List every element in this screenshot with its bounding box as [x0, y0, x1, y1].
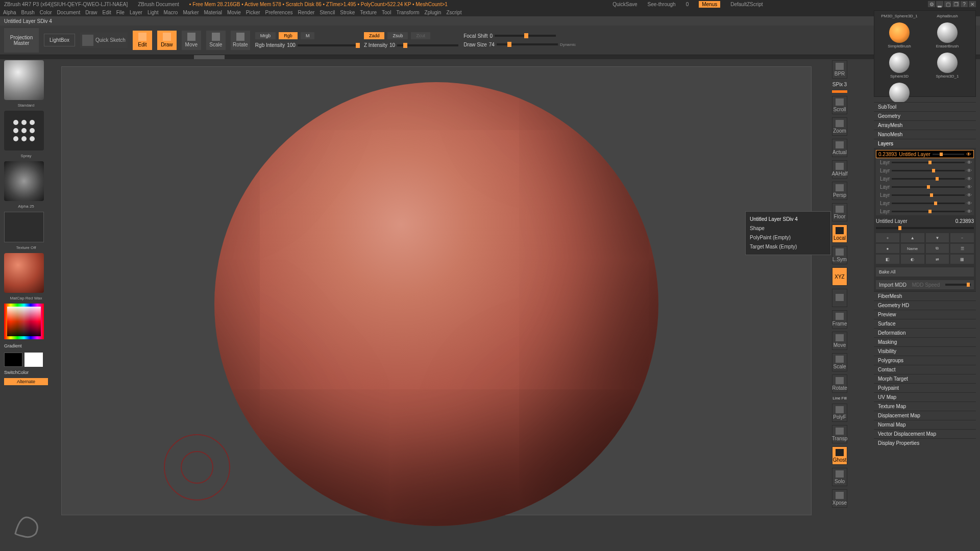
eraserbrush-item[interactable]: EraserBrush	[925, 22, 969, 48]
section-contact[interactable]: Contact	[874, 365, 976, 374]
lsym-button[interactable]: L.Sym	[832, 246, 847, 264]
section-uvmap[interactable]: UV Map	[874, 392, 976, 402]
alpha-thumbnail[interactable]	[4, 161, 44, 201]
floor-button[interactable]: Floor	[832, 203, 847, 221]
menu-tool[interactable]: Tool	[382, 10, 391, 15]
seethrough-value[interactable]: 0	[686, 2, 689, 7]
section-preview[interactable]: Preview	[874, 310, 976, 319]
color-picker[interactable]	[4, 304, 44, 339]
m-button[interactable]: M	[301, 32, 315, 39]
section-texturemap[interactable]: Texture Map	[874, 402, 976, 411]
section-masking[interactable]: Masking	[874, 337, 976, 346]
section-geometry[interactable]: Geometry	[874, 111, 976, 120]
window-config-icon[interactable]: ⚙	[928, 1, 935, 7]
material-thumbnail[interactable]	[4, 253, 44, 293]
secondary-color-swatch[interactable]	[4, 353, 22, 367]
section-displacementmap[interactable]: Displacement Map	[874, 411, 976, 420]
viewport-canvas[interactable]	[61, 66, 812, 515]
window-close-icon[interactable]: ✕	[969, 1, 976, 7]
layer-eye-icon[interactable]: 👁	[967, 184, 972, 190]
layer-row-slider[interactable]	[933, 154, 964, 155]
menu-stroke[interactable]: Stroke	[340, 10, 355, 15]
ghost-button[interactable]: Ghost	[832, 446, 847, 465]
actual-button[interactable]: Actual	[832, 139, 847, 157]
menu-picker[interactable]: Picker	[246, 10, 260, 15]
quick-sketch-button[interactable]: Quick Sketch	[80, 33, 128, 48]
zsub-button[interactable]: Zsub	[387, 32, 408, 39]
layer-new-button[interactable]: ＋	[876, 233, 899, 242]
menu-zscript[interactable]: Zscript	[446, 10, 461, 15]
layer-eye-icon[interactable]: 👁	[967, 209, 972, 214]
zoom-button[interactable]: Zoom	[832, 117, 847, 136]
layer-row[interactable]: Layr 👁	[876, 191, 974, 199]
nav-rotate-button[interactable]: Rotate	[832, 374, 847, 393]
projection-master-button[interactable]: Projection Master	[4, 28, 39, 53]
section-polypaint[interactable]: Polypaint	[874, 383, 976, 392]
section-deformation[interactable]: Deformation	[874, 328, 976, 337]
sphere3d-item[interactable]: Sphere3D	[877, 53, 921, 79]
layer-name-button[interactable]: Name	[901, 244, 924, 253]
layer-eye-icon[interactable]: 👁	[967, 160, 972, 165]
zcut-button[interactable]: Zcut	[411, 32, 430, 39]
horizontal-scrollbar[interactable]	[0, 55, 980, 59]
rotate-mode-button[interactable]: Rotate	[231, 31, 250, 50]
section-fibermesh[interactable]: FiberMesh	[874, 291, 976, 300]
brush-thumbnail[interactable]	[4, 60, 44, 100]
menu-render[interactable]: Render	[298, 10, 315, 15]
section-arraymesh[interactable]: ArrayMesh	[874, 120, 976, 130]
layer-up-button[interactable]: ▲	[901, 233, 924, 242]
section-nanomesh[interactable]: NanoMesh	[874, 130, 976, 139]
section-layers[interactable]: Layers	[874, 139, 976, 148]
layer-rec-button[interactable]: ●	[876, 244, 899, 253]
layer-invert-button[interactable]: ◐	[901, 255, 924, 264]
default-zscript[interactable]: DefaultZScript	[730, 2, 763, 7]
layer-row-slider[interactable]	[892, 211, 965, 212]
section-normalmap[interactable]: Normal Map	[874, 420, 976, 429]
menu-stencil[interactable]: Stencil	[320, 10, 335, 15]
menu-edit[interactable]: Edit	[103, 10, 111, 15]
persp-button[interactable]: Persp	[832, 182, 847, 200]
layer-row[interactable]: Layr 👁	[876, 174, 974, 183]
menu-zplugin[interactable]: Zplugin	[425, 10, 442, 15]
layer-row[interactable]: Layr 👁	[876, 158, 974, 166]
menu-transform[interactable]: Transform	[396, 10, 419, 15]
section-displayproperties[interactable]: Display Properties	[874, 438, 976, 447]
layer-row[interactable]: Layr 👁	[876, 199, 974, 207]
menu-alpha[interactable]: Alpha	[3, 10, 16, 15]
center-button[interactable]	[832, 289, 847, 307]
primary-color-swatch[interactable]	[24, 353, 43, 367]
draw-mode-button[interactable]: Draw	[157, 31, 177, 50]
layer-row-slider[interactable]	[892, 178, 965, 180]
nav-scale-button[interactable]: Scale	[832, 353, 847, 371]
menu-movie[interactable]: Movie	[227, 10, 241, 15]
layer-split-button[interactable]: ◧	[876, 255, 899, 264]
draw-size-slider[interactable]	[497, 43, 558, 45]
window-max-icon[interactable]: ▢	[944, 1, 951, 7]
window-restore-icon[interactable]: ❐	[952, 1, 960, 7]
scroll-button[interactable]: Scroll	[832, 96, 847, 114]
menu-color[interactable]: Color	[40, 10, 52, 15]
quicksave-button[interactable]: QuickSave	[612, 2, 637, 7]
menu-draw[interactable]: Draw	[85, 10, 97, 15]
switchcolor-button[interactable]: SwitchColor	[4, 370, 48, 375]
layer-delete-button[interactable]: －	[950, 233, 974, 242]
solo-button[interactable]: Solo	[832, 468, 847, 486]
stroke-thumbnail[interactable]	[4, 111, 44, 151]
menu-material[interactable]: Material	[204, 10, 223, 15]
menu-texture[interactable]: Texture	[360, 10, 377, 15]
bake-all-button[interactable]: Bake All	[876, 267, 974, 277]
layer-eye-icon[interactable]: 👁	[967, 168, 972, 173]
menus-button[interactable]: Menus	[699, 1, 720, 8]
polyf-button[interactable]: PolyF	[832, 404, 847, 422]
menu-file[interactable]: File	[116, 10, 125, 15]
bpr-button[interactable]: BPR	[832, 60, 847, 79]
layer-row-slider[interactable]	[892, 186, 965, 188]
layer-row[interactable]: Layr 👁	[876, 166, 974, 174]
layer-eye-icon[interactable]: 👁	[966, 152, 971, 157]
menu-layer[interactable]: Layer	[130, 10, 142, 15]
layer-down-button[interactable]: ▼	[926, 233, 949, 242]
section-subtool[interactable]: SubTool	[874, 102, 976, 111]
layer-row[interactable]: Layr 👁	[876, 183, 974, 191]
menu-document[interactable]: Document	[57, 10, 81, 15]
xpose-button[interactable]: Xpose	[832, 489, 847, 508]
